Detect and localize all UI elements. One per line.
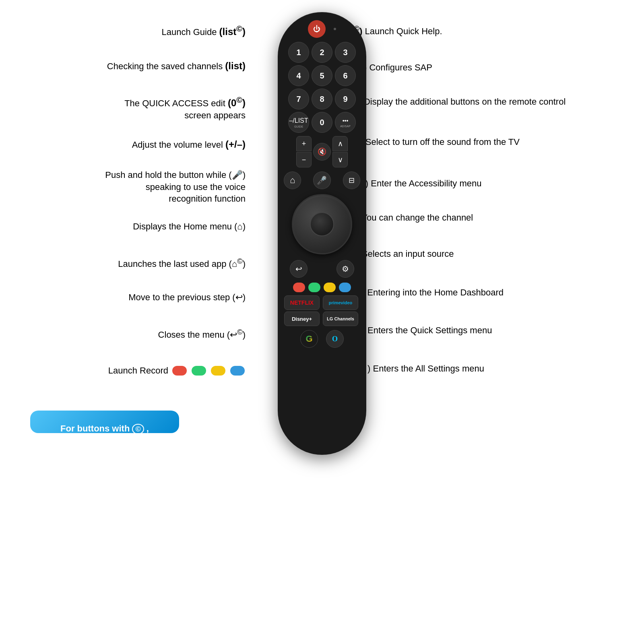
mic-dot <box>334 28 336 30</box>
voice-button[interactable]: 🎤 <box>313 171 330 189</box>
power-button[interactable]: ⏻ <box>308 20 326 38</box>
vol-up[interactable]: + <box>296 136 312 151</box>
vol-down[interactable]: − <box>296 152 312 167</box>
yellow-swatch <box>211 366 225 376</box>
voice-home-row: ⌂ 🎤 ⊟ <box>284 171 360 189</box>
btn-9[interactable]: 9 <box>335 89 356 109</box>
annotation-last-app: Launches the last used app (⌂©) <box>118 257 246 269</box>
dpad-scroll-wheel[interactable] <box>292 194 352 254</box>
back-settings-row: ↩ ⚙ <box>290 260 354 278</box>
annotation-additional-buttons: (•••) Display the additional buttons on … <box>346 96 566 108</box>
dpad-center[interactable] <box>310 212 334 236</box>
blue-swatch <box>230 366 245 376</box>
red-button[interactable] <box>293 283 305 292</box>
blue-button[interactable] <box>339 283 351 292</box>
btn-3[interactable]: 3 <box>335 42 356 63</box>
remote-control: ⏻ 1 2 3 4 5 6 7 8 9 –/LISTGUIDE 0 •••AD/… <box>278 12 366 455</box>
ch-up[interactable]: ∧ <box>332 136 348 151</box>
ch-control: ∧ ∨ <box>332 136 348 167</box>
settings-button[interactable]: ⚙ <box>336 260 354 278</box>
google-assistant-button[interactable]: G <box>300 330 318 348</box>
mute-button[interactable]: 🔇 <box>313 143 331 161</box>
annotation-quick-settings: ( ⚙ ) Enters the Quick Settings menu <box>346 325 492 336</box>
btn-more[interactable]: •••AD/SAP <box>335 112 356 133</box>
annotation-home-dashboard: (⊟©) Entering into the Home Dashboard <box>346 285 504 299</box>
annotation-checking-channels: Checking the saved channels (list) <box>107 60 246 72</box>
annotation-prev-step: Move to the previous step (↩) <box>128 292 246 303</box>
btn-1[interactable]: 1 <box>288 42 309 63</box>
btn-6[interactable]: 6 <box>335 65 356 86</box>
btn-8[interactable]: 8 <box>312 89 332 109</box>
btn-4[interactable]: 4 <box>288 65 309 86</box>
input-button[interactable]: ⊟ <box>343 171 360 189</box>
annotation-voice-recognition: Push and hold the button while (🎤)speaki… <box>105 169 246 205</box>
green-swatch <box>192 366 206 376</box>
page-container: Launch Guide (list©) Checking the saved … <box>0 0 644 644</box>
annotation-launch-guide: Launch Guide (list©) <box>161 24 246 37</box>
annotation-all-settings: ( ⚙© ) Enters the All Settings menu <box>346 361 484 374</box>
vol-control: + − <box>296 136 312 167</box>
disney-button[interactable]: Disney+ <box>284 312 320 326</box>
streaming-grid: NETFLIX primevideo Disney+ LG Channels <box>284 295 360 326</box>
vol-ch-row: + − 🔇 ∧ ∨ <box>284 136 360 167</box>
btn-guide[interactable]: –/LISTGUIDE <box>288 112 309 133</box>
annotation-accessibility: (🔇©) Enter the Accessibility menu <box>346 176 481 189</box>
home-button[interactable]: ⌂ <box>284 171 301 189</box>
back-button[interactable]: ↩ <box>290 260 308 278</box>
btn-2[interactable]: 2 <box>312 42 332 63</box>
red-swatch <box>172 366 187 376</box>
color-buttons-row <box>284 283 360 292</box>
btn-7[interactable]: 7 <box>288 89 309 109</box>
info-box-text: For buttons with © , please long-press (… <box>40 422 169 462</box>
lgchannels-button[interactable]: LG Channels <box>323 312 358 326</box>
annotation-home-menu: Displays the Home menu (⌂) <box>133 221 246 232</box>
power-row: ⏻ <box>284 20 360 38</box>
numpad: 1 2 3 4 5 6 7 8 9 –/LISTGUIDE 0 •••AD/SA… <box>288 42 356 133</box>
yellow-button[interactable] <box>324 283 336 292</box>
netflix-button[interactable]: NETFLIX <box>284 295 320 310</box>
btn-5[interactable]: 5 <box>312 65 332 86</box>
info-box: For buttons with © , please long-press (… <box>30 411 179 433</box>
annotation-turn-off-sound: (🔇) Select to turn off the sound from th… <box>346 136 520 148</box>
amazon-alexa-button[interactable]: O <box>326 330 344 348</box>
btn-0[interactable]: 0 <box>312 112 332 133</box>
annotation-launch-record: Launch Record <box>108 365 246 376</box>
annotation-quick-access: The QUICK ACCESS edit (0©)screen appears <box>124 95 246 122</box>
ch-down[interactable]: ∨ <box>332 152 348 167</box>
annotation-close-menu: Closes the menu (↩©) <box>158 328 246 340</box>
green-button[interactable] <box>308 283 320 292</box>
primevideo-button[interactable]: primevideo <box>323 295 358 310</box>
annotation-adjust-volume: Adjust the volume level (+/–) <box>132 139 246 150</box>
assistant-row: G O <box>284 330 360 348</box>
